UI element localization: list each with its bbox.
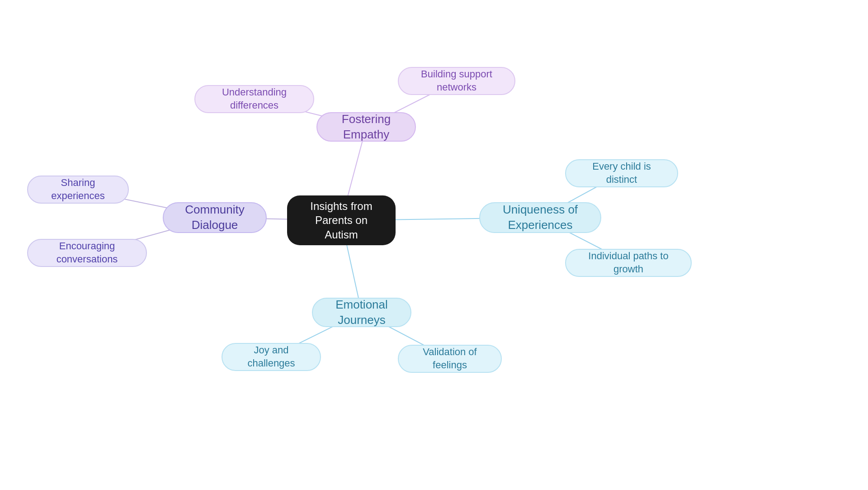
understanding-differences-node: Understanding differences [194,85,314,113]
center-node: Insights from Parents on Autism [287,195,396,245]
fostering-empathy-node: Fostering Empathy [316,112,416,142]
sharing-experiences-node: Sharing experiences [27,176,129,204]
community-dialogue-node: Community Dialogue [163,202,267,233]
uniqueness-experiences-node: Uniqueness of Experiences [479,202,601,233]
encouraging-conversations-node: Encouraging conversations [27,239,147,267]
every-child-distinct-node: Every child is distinct [565,159,678,187]
emotional-journeys-node: Emotional Journeys [312,298,411,327]
joy-challenges-node: Joy and challenges [222,343,321,371]
validation-feelings-node: Validation of feelings [398,345,502,373]
individual-paths-node: Individual paths to growth [565,249,692,277]
building-support-node: Building support networks [398,67,515,95]
